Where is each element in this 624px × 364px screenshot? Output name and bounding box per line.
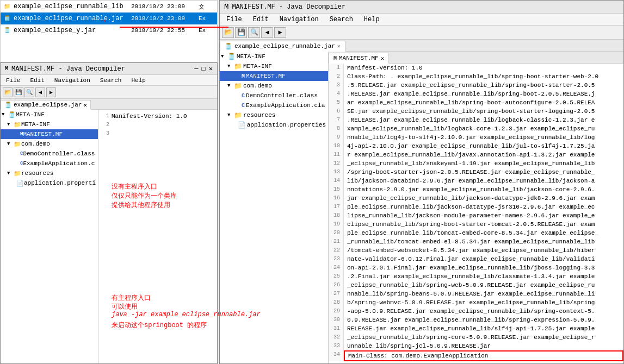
line-content-7: .RELEASE.jar example_eclipse_runnable_li… (344, 116, 623, 124)
line-num-17: 17 (329, 203, 344, 211)
small-menu-file[interactable]: File (4, 77, 22, 84)
menu-help[interactable]: Help (362, 15, 382, 24)
tree-jar-icon: 🫙 (227, 53, 236, 61)
line-content-10: 4j-api-2.10.0.jar example_eclipse_runnab… (344, 142, 623, 150)
small-maximize[interactable]: □ (202, 65, 206, 73)
small-tree-metainf[interactable]: ▼ 📁 META-INF (1, 120, 98, 129)
code-line-6: 6SE.jar example_eclipse_runnable_lib/spr… (329, 107, 623, 116)
small-toolbar-forward[interactable]: ▶ (46, 87, 56, 97)
small-toolbar-open[interactable]: 📂 (3, 87, 13, 97)
tree-node-metainf[interactable]: ▼ 📁 META-INF (220, 61, 328, 71)
small-code-content[interactable]: 1 Manifest-Version: 1.0 2 3 (98, 110, 217, 363)
file-explorer: 📁 example_eclipse_runnable_lib 2018/10/2… (0, 0, 218, 62)
small-menu-bar: File Edit Navigation Search Help (1, 75, 217, 86)
small-tree-label4: com.demo (21, 141, 50, 147)
tree-node-exampleapp[interactable]: C ExampleApplication.cla (220, 101, 328, 110)
small-tree-arrow4: ▼ (7, 141, 14, 147)
tree-label-manifest: MANIFEST.MF (246, 73, 286, 79)
small-tree-appprops[interactable]: 📄 application.properti (1, 178, 98, 188)
line-num-19: 19 (329, 220, 344, 229)
tree-label-ea: ExampleApplication.cla (246, 102, 325, 109)
tree-folder-res-icon: 📁 (234, 111, 242, 120)
line-num-33: 33 (329, 342, 344, 350)
small-tab-bar: 🫙 example_eclipse.jar ✕ (1, 99, 217, 110)
small-tree-panel: ▼ 🫙 META-INF ▼ 📁 META-INF M MANIFEST.MF … (1, 110, 98, 363)
small-folder-icon: 📁 (14, 121, 21, 128)
small-toolbar-search[interactable]: 🔍 (24, 87, 34, 97)
line-content-19: clipse_runnable_lib/spring-boot-starter-… (344, 220, 623, 229)
small-props-icon: 📄 (16, 180, 24, 187)
small-menu-search[interactable]: Search (98, 77, 124, 84)
small-tree-democontroller[interactable]: C DemoController.class (1, 149, 98, 159)
code-line-22: 22/tomcat-embed-websocket-8.5.34.jar exa… (329, 246, 623, 255)
jar-tab-close[interactable]: ✕ (337, 43, 341, 49)
line-num-3: 3 (329, 81, 344, 90)
tree-node-resources[interactable]: ▼ 📁 resources (220, 110, 328, 120)
small-tree-arrow7: ▼ (7, 171, 14, 176)
small-tree-metainf-root[interactable]: ▼ 🫙 META-INF (1, 110, 98, 120)
code-tab-close[interactable]: ✕ (381, 55, 385, 62)
line-num-26: 26 (329, 281, 344, 290)
toolbar-forward[interactable]: ▶ (274, 27, 286, 38)
menu-edit[interactable]: Edit (251, 15, 271, 24)
file-date-yjar: 2018/10/2 22:55 (131, 27, 196, 34)
small-tree-arrow2: ▼ (7, 122, 14, 127)
menu-file[interactable]: File (224, 15, 244, 24)
code-line-28: 28b/spring-webmvc-5.0.9.RELEASE.jar exam… (329, 298, 623, 307)
small-tree-comdemo[interactable]: ▼ 📁 com.demo (1, 139, 98, 149)
code-line-1: 1Manifest-Version: 1.0 (329, 64, 623, 72)
small-close[interactable]: ✕ (209, 65, 213, 73)
small-tree-manifest[interactable]: M MANIFEST.MF (1, 129, 98, 139)
small-toolbar-save[interactable]: 💾 (14, 87, 23, 97)
line-num-30: 30 (329, 316, 344, 324)
tree-node-metainf-root[interactable]: ▼ 🫙 META-INF (220, 52, 328, 61)
tree-node-comdemo[interactable]: ▼ 📁 com.demo (220, 81, 328, 91)
code-line-27: 27nnable_lib/spring-beans-5.0.9.RELEASE.… (329, 290, 623, 298)
small-line-content1: Manifest-Version: 1.0 (112, 112, 187, 121)
line-num-25: 25 (329, 272, 344, 281)
tree-label-dc: DemoController.class (246, 92, 318, 99)
tree-node-democontroller[interactable]: C DemoController.class (220, 91, 328, 101)
small-tree-label3: MANIFEST.MF (23, 131, 63, 137)
file-date-lib: 2018/10/2 23:09 (131, 3, 196, 10)
toolbar-search[interactable]: 🔍 (248, 27, 260, 38)
line-content-26: _eclipse_runnable_lib/spring-web-5.0.9.R… (344, 281, 623, 290)
line-num-32: 32 (329, 333, 344, 342)
code-line-32: 32_eclipse_runnable_lib/spring-core-5.0.… (329, 333, 623, 342)
code-line-23: 23nate-validator-6.0.12.Final.jar exampl… (329, 255, 623, 263)
small-decompiler-window: M MANIFEST.MF - Java Decompiler ─ □ ✕ Fi… (0, 62, 218, 364)
line-content-9: nnable_lib/log4j-to-slf4j-2.10.0.jar exa… (344, 133, 623, 142)
toolbar-save[interactable]: 💾 (235, 27, 247, 38)
file-row-yjar[interactable]: 🫙 example_eclipse_y.jar 2018/10/2 22:55 … (1, 24, 217, 36)
line-content-13: /spring-boot-starter-json-2.0.5.RELEASE.… (344, 168, 623, 177)
toolbar-back[interactable]: ◀ (261, 27, 273, 38)
code-content[interactable]: 1Manifest-Version: 1.02Class-Path: . exa… (329, 64, 623, 363)
file-row-jar[interactable]: 🫙 example_eclipse_runnable.jar 2018/10/2… (1, 12, 217, 24)
tree-label-comdemo: com.demo (243, 83, 272, 89)
small-tab-close[interactable]: ✕ (83, 102, 87, 109)
small-toolbar-back[interactable]: ◀ (35, 87, 45, 97)
small-tree-resources[interactable]: ▼ 📁 resources (1, 168, 98, 178)
toolbar-open[interactable]: 📂 (222, 27, 234, 38)
menu-search[interactable]: Search (328, 15, 355, 24)
line-content-14: lib/jackson-databind-2.9.6.jar example_e… (344, 177, 623, 185)
tree-node-appprops[interactable]: 📄 application.properties (220, 120, 328, 130)
code-line-30: 300.9.RELEASE.jar example_eclipse_runnab… (329, 316, 623, 324)
jar-tab-icon: 🫙 (225, 43, 232, 50)
tree-arrow-comdemo: ▼ (227, 83, 234, 89)
file-row-lib[interactable]: 📁 example_eclipse_runnable_lib 2018/10/2… (1, 1, 217, 12)
code-line-21: 21_runnable_lib/tomcat-embed-el-8.5.34.j… (329, 237, 623, 246)
small-minimize[interactable]: ─ (194, 65, 198, 73)
menu-navigation[interactable]: Navigation (277, 15, 321, 24)
small-menu-help[interactable]: Help (129, 77, 147, 84)
small-tree-exampleapp[interactable]: C ExampleApplication.c (1, 159, 98, 168)
file-name-yjar: example_eclipse_y.jar (14, 27, 129, 34)
small-tab-jar[interactable]: 🫙 example_eclipse.jar ✕ (1, 100, 91, 110)
tree-node-manifest[interactable]: M MANIFEST.MF (220, 71, 328, 81)
small-tree-label6: ExampleApplication.c (23, 160, 95, 167)
main-tab-jar[interactable]: 🫙 example_eclipse_runnable.jar ✕ (220, 41, 345, 52)
small-menu-navigation[interactable]: Navigation (52, 77, 92, 84)
file-name-jar: example_eclipse_runnable.jar (14, 15, 129, 22)
small-menu-edit[interactable]: Edit (28, 77, 46, 84)
code-tab-manifest[interactable]: M MANIFEST.MF ✕ (329, 53, 389, 64)
